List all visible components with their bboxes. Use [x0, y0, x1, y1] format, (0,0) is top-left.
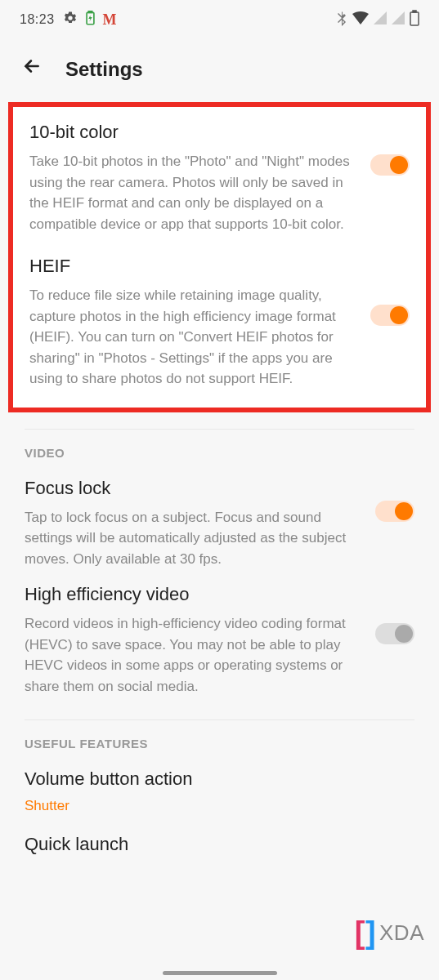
svg-rect-1 [88, 11, 92, 12]
divider [25, 719, 414, 720]
signal-icon [374, 11, 387, 28]
status-time: 18:23 [20, 12, 55, 27]
setting-volume-button-action[interactable]: Volume button action Shutter [25, 760, 414, 821]
gmail-icon: M [103, 11, 117, 29]
signal-icon-2 [392, 11, 405, 28]
xda-bracket-right-icon: ] [365, 915, 376, 951]
setting-quick-launch[interactable]: Quick launch [25, 821, 414, 870]
setting-description: Record videos in high-efficiency video c… [25, 613, 365, 697]
xda-bracket-left-icon: [ [355, 915, 365, 951]
setting-title: Volume button action [25, 768, 414, 790]
gesture-bar[interactable] [163, 971, 277, 975]
setting-title: HEIF [29, 256, 361, 277]
setting-focus-lock[interactable]: Focus lock Tap to lock focus on a subjec… [25, 470, 414, 577]
xda-text: XDA [379, 920, 424, 946]
back-button[interactable] [21, 56, 43, 82]
toggle-10bit[interactable] [370, 154, 410, 176]
toggle-focus-lock[interactable] [375, 501, 414, 522]
xda-watermark: [ ] XDA [355, 915, 424, 951]
setting-title: High efficiency video [25, 584, 365, 605]
status-bar: 18:23 M [0, 0, 439, 39]
setting-description: Take 10-bit photos in the "Photo" and "N… [29, 151, 361, 234]
setting-title: Focus lock [25, 478, 365, 499]
setting-title: Quick launch [25, 834, 414, 855]
battery-icon [410, 10, 419, 29]
page-header: Settings [0, 39, 439, 102]
section-header-video: VIDEO [25, 446, 414, 460]
setting-heif[interactable]: HEIF To reduce file size while retaining… [13, 241, 426, 396]
setting-description: Tap to lock focus on a subject. Focus an… [25, 507, 365, 570]
setting-10bit-color[interactable]: 10-bit color Take 10-bit photos in the "… [13, 107, 426, 241]
settings-icon [63, 11, 78, 29]
divider [25, 429, 414, 430]
setting-high-efficiency-video[interactable]: High efficiency video Record videos in h… [25, 576, 414, 703]
toggle-heif[interactable] [370, 305, 410, 326]
setting-title: 10-bit color [29, 122, 361, 143]
page-title: Settings [65, 58, 143, 81]
wifi-icon [352, 11, 369, 28]
svg-rect-3 [413, 11, 416, 12]
svg-rect-2 [410, 12, 419, 25]
battery-charging-icon [86, 11, 95, 29]
bluetooth-icon [336, 10, 347, 29]
toggle-hevc[interactable] [375, 623, 414, 644]
setting-value: Shutter [25, 798, 414, 814]
section-header-useful: USEFUL FEATURES [25, 737, 414, 751]
highlighted-section: 10-bit color Take 10-bit photos in the "… [8, 102, 431, 412]
setting-description: To reduce file size while retaining imag… [29, 285, 361, 390]
